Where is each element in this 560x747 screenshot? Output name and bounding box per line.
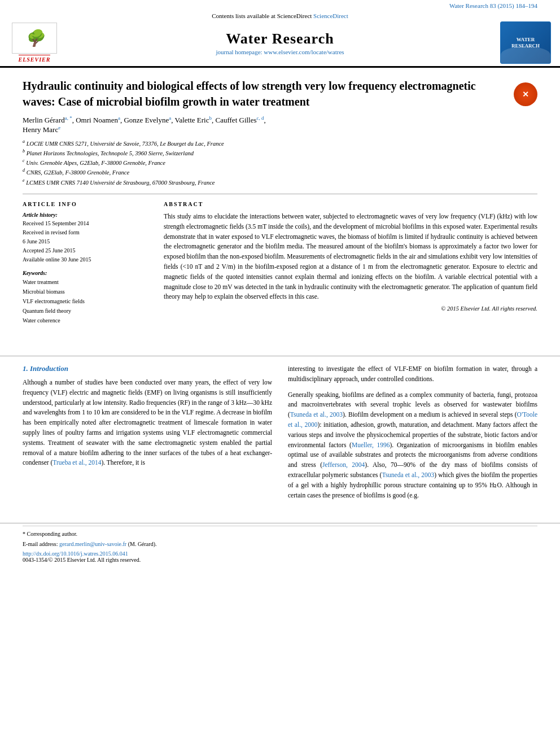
keyword-3: VLF electromagnetic fields	[23, 296, 147, 306]
article-info-label: ARTICLE INFO	[23, 201, 147, 207]
article-title-section: Hydraulic continuity and biological effe…	[23, 78, 537, 110]
page-number: Water Research 83 (2015) 184–194	[0, 0, 560, 9]
header-divider	[0, 66, 560, 67]
journal-title-row: 🌳 ELSEVIER Water Research journal homepa…	[0, 21, 560, 64]
left-column: 1. Introduction Although a number of stu…	[23, 364, 272, 506]
abstract-col: ABSTRACT This study aims to elucidate th…	[164, 201, 537, 331]
keyword-4: Quantum field theory	[23, 306, 147, 316]
history-label: Article history:	[23, 212, 147, 218]
received-date: Received 15 September 2014	[23, 219, 147, 228]
affiliation-a: a LOCIE UMR CNRS 5271, Université de Sav…	[23, 138, 537, 148]
copyright-line: © 2015 Elsevier Ltd. All rights reserved…	[164, 305, 537, 312]
tsuneda-ref-2[interactable]: Tsuneda et al., 2003	[382, 471, 434, 478]
revised-label: Received in revised form	[23, 228, 147, 237]
tsuneda-ref[interactable]: Tsuneda et al., 2003	[290, 411, 343, 418]
main-content: 1. Introduction Although a number of stu…	[0, 364, 560, 518]
contents-label: Contents lists available at ScienceDirec…	[212, 12, 312, 19]
jefferson-ref[interactable]: Jefferson, 2004	[322, 461, 365, 468]
article-container: Hydraulic continuity and biological effe…	[0, 68, 560, 348]
affiliation-e: e LCMES UMR CNRS 7140 Université de Stra…	[23, 177, 537, 187]
affiliations: a LOCIE UMR CNRS 5271, Université de Sav…	[23, 138, 537, 187]
elsevier-tree-image: 🌳	[12, 23, 57, 54]
author-2-prefix: , Omri Noamen	[72, 116, 118, 124]
available-date: Available online 30 June 2015	[23, 255, 147, 264]
mueller-ref[interactable]: Mueller, 1996	[352, 442, 390, 448]
author-6-sup: e	[58, 125, 60, 130]
content-divider	[0, 356, 560, 356]
trueba-ref[interactable]: Trueba et al., 2014	[53, 459, 101, 466]
intro-para-1: Although a number of studies have been c…	[23, 378, 272, 468]
author-1: Merlin Gérard	[23, 116, 65, 124]
affiliation-b: b Planet Horizons Technologies, Technopo…	[23, 148, 537, 158]
article-footer: * Corresponding author. E-mail address: …	[0, 523, 560, 565]
elsevier-wordmark: ELSEVIER	[19, 55, 51, 63]
tree-icon: 🌳	[25, 30, 45, 46]
affiliation-c: c Univ. Grenoble Alpes, G2Elab, F-38000 …	[23, 158, 537, 167]
author-4-prefix: , Valette Eric	[171, 116, 209, 124]
authors-line: Merlin Gérarda, *, Omri Noamena, Gonze E…	[23, 115, 537, 135]
footnote-email: E-mail address: gerard.merlin@univ-savoi…	[23, 540, 537, 548]
email-suffix: (M. Gérard).	[128, 541, 157, 547]
author-5-comma: ,	[264, 116, 266, 124]
water-logo-text: WATERRESEARCH	[511, 37, 540, 49]
right-column: interesting to investigate the effect of…	[288, 364, 537, 506]
issn-text: 0043-1354/© 2015 Elsevier Ltd. All right…	[23, 557, 537, 563]
keywords-label: Keywords:	[23, 270, 147, 276]
journal-header: Contents lists available at ScienceDirec…	[0, 9, 560, 68]
elsevier-logo: 🌳 ELSEVIER	[9, 23, 60, 63]
sciencedirect-link[interactable]: ScienceDirect	[313, 12, 348, 19]
homepage-url[interactable]: www.elsevier.com/locate/watres	[264, 49, 344, 55]
revised-date: 6 June 2015	[23, 237, 147, 246]
abstract-text: This study aims to elucidate the interac…	[164, 212, 537, 302]
article-info-col: ARTICLE INFO Article history: Received 1…	[23, 201, 147, 331]
author-6: Henry Marc	[23, 126, 58, 134]
intro-para-3: Generally speaking, biofilms are defined…	[288, 390, 537, 501]
journal-homepage: journal homepage: www.elsevier.com/locat…	[60, 49, 500, 55]
intro-title: 1. Introduction	[23, 364, 272, 373]
water-research-logo: WATERRESEARCH	[500, 21, 551, 64]
wave-decoration	[501, 46, 550, 63]
keyword-5: Water coherence	[23, 316, 147, 325]
author-1-sup: a, *	[65, 115, 72, 121]
article-history: Article history: Received 15 September 2…	[23, 212, 147, 264]
homepage-label: journal homepage:	[216, 49, 262, 55]
keywords-group: Keywords: Water treatment Microbial biom…	[23, 270, 147, 325]
author-3-prefix: , Gonze Evelyne	[120, 116, 169, 124]
doi-link[interactable]: http://dx.doi.org/10.1016/j.watres.2015.…	[23, 551, 537, 557]
journal-center: Water Research journal homepage: www.els…	[60, 30, 500, 55]
accepted-date: Accepted 25 June 2015	[23, 246, 147, 255]
article-info-abstract: ARTICLE INFO Article history: Received 1…	[23, 194, 537, 331]
journal-name: Water Research	[60, 30, 500, 47]
keyword-2: Microbial biomass	[23, 287, 147, 296]
article-title: Hydraulic continuity and biological effe…	[23, 78, 514, 110]
author-5-prefix: , Cauffet Gilles	[212, 116, 257, 124]
author-5-sup: c, d	[257, 115, 264, 121]
footnote-corresponding: * Corresponding author.	[23, 530, 537, 538]
affiliation-d: d CNRS, G2Elab, F-38000 Grenoble, France	[23, 167, 537, 177]
intro-para-2: interesting to investigate the effect of…	[288, 364, 537, 385]
keyword-1: Water treatment	[23, 277, 147, 287]
abstract-label: ABSTRACT	[164, 201, 537, 207]
email-link[interactable]: gerard.merlin@univ-savoie.fr	[59, 541, 126, 547]
sciencedirect-bar: Contents lists available at ScienceDirec…	[0, 12, 560, 19]
email-label: E-mail address:	[23, 541, 58, 547]
crossmark-logo: ✕	[514, 82, 537, 106]
